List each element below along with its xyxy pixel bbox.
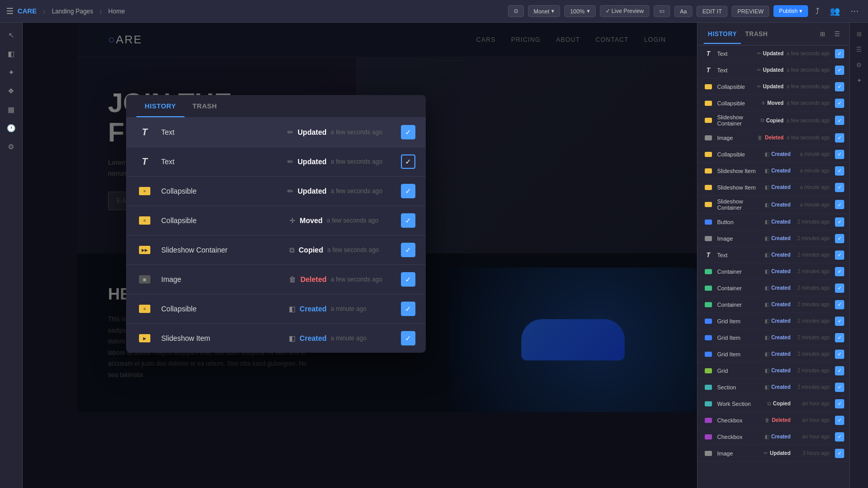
mode-btn[interactable]: Monet ▾ xyxy=(528,5,561,17)
panel-check[interactable]: ✓ xyxy=(835,200,844,209)
edge-icon-3[interactable]: ⚙ xyxy=(852,58,866,72)
panel-tab-trash[interactable]: TRASH xyxy=(741,24,772,44)
panel-row[interactable]: T Text ✏ Updated a few seconds ago ✓ xyxy=(698,62,849,78)
sidebar-icon-components[interactable]: ❖ xyxy=(3,83,20,99)
panel-row[interactable]: Container ◧ Created 2 minutes ago ✓ xyxy=(698,280,849,296)
history-row[interactable]: ▶▶ Slideshow Container ⧉ Copied a few se… xyxy=(126,235,426,265)
panel-row[interactable]: Slideshow Item ◧ Created a minute ago ✓ xyxy=(698,163,849,179)
panel-row[interactable]: Image ✏ Updated 3 hours ago ✓ xyxy=(698,445,849,462)
panel-row[interactable]: Slideshow Item ◧ Created a minute ago ✓ xyxy=(698,179,849,196)
share-btn[interactable]: ⤴ xyxy=(812,5,823,18)
panel-check[interactable]: ✓ xyxy=(835,300,844,309)
panel-action-label: Updated xyxy=(763,67,784,73)
panel-check[interactable]: ✓ xyxy=(835,250,844,260)
panel-row[interactable]: Work Section ⧉ Copied an hour ago ✓ xyxy=(698,396,849,412)
history-checkbox[interactable]: ✓ xyxy=(401,125,415,139)
edge-icon-4[interactable]: ✦ xyxy=(852,73,866,88)
history-checkbox[interactable]: ✓ xyxy=(401,331,415,345)
panel-check[interactable]: ✓ xyxy=(835,183,844,192)
panel-row[interactable]: Grid Item ◧ Created 2 minutes ago ✓ xyxy=(698,346,849,363)
breadcrumb-landing[interactable]: Landing Pages xyxy=(52,8,93,15)
history-row[interactable]: ≡ Collapsible ✛ Moved a few seconds ago … xyxy=(126,206,426,235)
panel-row[interactable]: T Text ◧ Created 2 minutes ago ✓ xyxy=(698,247,849,263)
edge-icon-2[interactable]: ☰ xyxy=(852,42,866,57)
panel-check[interactable]: ✓ xyxy=(835,350,844,359)
panel-check[interactable]: ✓ xyxy=(835,66,844,75)
panel-check[interactable]: ✓ xyxy=(835,333,844,342)
edge-icon-1[interactable]: ⊞ xyxy=(852,27,866,41)
live-preview-btn[interactable]: ✓ Live Preview xyxy=(600,5,649,17)
panel-row[interactable]: Container ◧ Created 2 minutes ago ✓ xyxy=(698,263,849,280)
panel-row[interactable]: Checkbox 🗑 Deleted an hour ago ✓ xyxy=(698,412,849,429)
panel-check[interactable]: ✓ xyxy=(835,449,844,458)
menu-icon[interactable]: ☰ xyxy=(6,6,13,16)
history-checkbox[interactable]: ✓ xyxy=(401,184,415,198)
history-checkbox[interactable]: ✓ xyxy=(401,272,415,287)
panel-check[interactable]: ✓ xyxy=(835,383,844,392)
panel-check[interactable]: ✓ xyxy=(835,49,844,58)
panel-icon-btn-2[interactable]: ☰ xyxy=(831,28,843,40)
panel-tab-history[interactable]: HISTORY xyxy=(704,24,741,44)
panel-row[interactable]: Slideshow Container ⧉ Copied a few secon… xyxy=(698,112,849,130)
history-row[interactable]: T Text ✏ Updated a few seconds ago ✓ xyxy=(126,118,426,147)
panel-row[interactable]: Grid Item ◧ Created 2 minutes ago ✓ xyxy=(698,313,849,329)
panel-check[interactable]: ✓ xyxy=(835,234,844,243)
sidebar-icon-layers[interactable]: ◧ xyxy=(3,45,20,62)
panel-check[interactable]: ✓ xyxy=(835,166,844,176)
panel-row[interactable]: Image 🗑 Deleted a few seconds ago ✓ xyxy=(698,130,849,146)
sidebar-icon-media[interactable]: ▦ xyxy=(3,101,20,118)
history-checkbox[interactable]: ✓ xyxy=(401,154,415,169)
users-btn[interactable]: 👥 xyxy=(827,4,843,18)
aa-btn[interactable]: Aa xyxy=(674,6,692,17)
panel-check[interactable]: ✓ xyxy=(835,317,844,326)
panel-row[interactable]: Grid Item ◧ Created 2 minutes ago ✓ xyxy=(698,329,849,346)
panel-check[interactable]: ✓ xyxy=(835,82,844,91)
edit-btn[interactable]: EDIT IT xyxy=(696,6,727,17)
panel-row[interactable]: Collapsible ✛ Moved a few seconds ago ✓ xyxy=(698,95,849,112)
panel-row[interactable]: Section ◧ Created 2 minutes ago ✓ xyxy=(698,379,849,396)
sidebar-icon-pointer[interactable]: ↖ xyxy=(3,27,20,43)
screen-btn[interactable]: ▭ xyxy=(654,5,670,17)
panel-row[interactable]: Collapsible ✏ Updated a few seconds ago … xyxy=(698,78,849,95)
panel-check[interactable]: ✓ xyxy=(835,432,844,442)
preview-btn[interactable]: PREVIEW xyxy=(732,6,769,17)
panel-row[interactable]: Grid ◧ Created 2 minutes ago ✓ xyxy=(698,363,849,379)
history-row[interactable]: T Text ✏ Updated a few seconds ago ✓ xyxy=(126,147,426,177)
panel-check[interactable]: ✓ xyxy=(835,133,844,143)
panel-check[interactable]: ✓ xyxy=(835,150,844,159)
panel-check[interactable]: ✓ xyxy=(835,99,844,108)
sidebar-icon-add[interactable]: ✦ xyxy=(3,64,20,81)
history-row[interactable]: ≡ Collapsible ✏ Updated a few seconds ag… xyxy=(126,177,426,206)
panel-check[interactable]: ✓ xyxy=(835,284,844,293)
panel-check[interactable]: ✓ xyxy=(835,399,844,408)
row-icon-text: T xyxy=(136,153,153,170)
panel-check[interactable]: ✓ xyxy=(835,366,844,375)
publish-btn[interactable]: Publish ▾ xyxy=(773,5,808,17)
device-btn[interactable]: ⊙ xyxy=(508,5,524,17)
history-checkbox[interactable]: ✓ xyxy=(401,302,415,316)
panel-check[interactable]: ✓ xyxy=(835,416,844,425)
history-row[interactable]: ≡ Collapsible ◧ Created a minute ago ✓ xyxy=(126,294,426,324)
history-row[interactable]: ▣ Image 🗑 Deleted a few seconds ago ✓ xyxy=(126,265,426,294)
tab-history[interactable]: HISTORY xyxy=(136,95,184,117)
panel-row[interactable]: Collapsible ◧ Created a minute ago ✓ xyxy=(698,146,849,163)
panel-row[interactable]: Checkbox ◧ Created an hour ago ✓ xyxy=(698,429,849,445)
more-btn[interactable]: ⋯ xyxy=(847,4,862,18)
history-checkbox[interactable]: ✓ xyxy=(401,213,415,228)
history-checkbox[interactable]: ✓ xyxy=(401,243,415,257)
sidebar-icon-settings[interactable]: ⚙ xyxy=(3,138,20,155)
panel-row-name: Slideshow Container xyxy=(717,198,762,211)
panel-check[interactable]: ✓ xyxy=(835,217,844,227)
tab-trash[interactable]: TRASH xyxy=(184,95,225,117)
panel-check[interactable]: ✓ xyxy=(835,267,844,276)
zoom-btn[interactable]: 100% ▾ xyxy=(564,5,595,17)
panel-check[interactable]: ✓ xyxy=(835,116,844,125)
panel-icon-btn[interactable]: ⊞ xyxy=(816,28,829,40)
panel-row[interactable]: Container ◧ Created 2 minutes ago ✓ xyxy=(698,296,849,313)
history-row[interactable]: ▶ Slideshow Item ◧ Created a minute ago … xyxy=(126,324,426,353)
panel-row[interactable]: Button ◧ Created 2 minutes ago ✓ xyxy=(698,214,849,230)
panel-row[interactable]: T Text ✏ Updated a few seconds ago ✓ xyxy=(698,45,849,62)
panel-row[interactable]: Slideshow Container ◧ Created a minute a… xyxy=(698,196,849,214)
panel-row[interactable]: Image ◧ Created 2 minutes ago ✓ xyxy=(698,230,849,247)
sidebar-icon-history[interactable]: 🕐 xyxy=(3,120,20,136)
